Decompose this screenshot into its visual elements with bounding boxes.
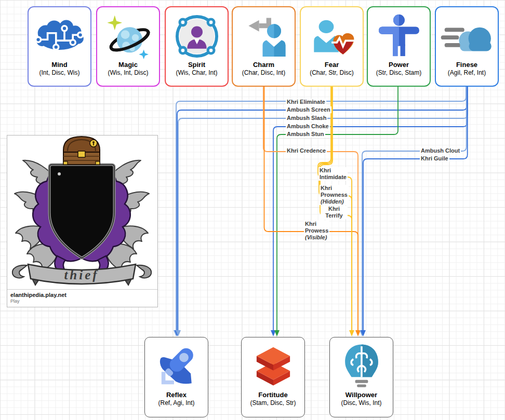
node-title: Fear: [325, 61, 339, 69]
node-stats: (Ref, Agi, Int): [158, 399, 194, 407]
edge-label-ambush-screen[interactable]: Ambush Screen: [286, 106, 331, 113]
speed-cloud-icon: [440, 16, 494, 57]
thief-crest-art: thief: [7, 136, 156, 287]
node-title: Charm: [253, 61, 274, 69]
node-charm[interactable]: Charm (Char, Disc, Int): [232, 6, 296, 87]
node-stats: (Disc, Wis, Int): [341, 399, 382, 407]
edge-label-khri-guile[interactable]: Khri Guile: [420, 155, 449, 162]
edge-label-khri-prowess-visible[interactable]: Khri Prowess (Visible): [304, 221, 329, 241]
node-stats: (Int, Disc, Wis): [39, 69, 80, 76]
edge-label-ambush-choke[interactable]: Ambush Choke: [286, 123, 330, 130]
brain-bulb-icon: [338, 343, 386, 390]
node-finese[interactable]: Finese (Agil, Ref, Int): [435, 6, 499, 87]
edge-label-khri-intimidate[interactable]: Khri Intimidate: [318, 167, 348, 181]
thief-crest-image[interactable]: thief elanthipedia.play.net Play: [7, 135, 158, 307]
node-mind[interactable]: Mind (Int, Disc, Wis): [28, 6, 91, 87]
node-stats: (Str, Disc, Stam): [376, 69, 421, 76]
edge-label-ambush-slash[interactable]: Ambush Slash: [286, 115, 327, 121]
node-magic[interactable]: Magic (Wis, Int, Disc): [96, 6, 160, 87]
edge-label-ambush-stun[interactable]: Ambush Stun: [286, 131, 325, 138]
rocket-icon: [153, 344, 201, 389]
node-reflex[interactable]: Reflex (Ref, Agi, Int): [144, 337, 208, 417]
node-stats: (Char, Disc, Int): [242, 69, 285, 76]
edge-ambush-clout[interactable]: [362, 87, 467, 330]
node-stats: (Agil, Ref, Int): [448, 69, 486, 76]
diagram-canvas: Khri Eliminate Ambush Screen Ambush Slas…: [0, 0, 505, 420]
node-fear[interactable]: Fear (Char, Str, Disc): [300, 6, 364, 87]
person-reply-arrow-icon: [239, 13, 289, 59]
crest-source-site: elanthipedia.play.net: [10, 292, 154, 299]
person-arms-out-icon: [375, 13, 423, 59]
edge-label-khri-eliminate[interactable]: Khri Eliminate: [286, 99, 326, 105]
edge-label-khri-credence[interactable]: Khri Credence: [286, 147, 327, 154]
crest-play-label: Play: [10, 299, 154, 304]
node-title: Willpower: [345, 391, 377, 399]
node-title: Mind: [51, 61, 67, 69]
edge-label-khri-prowness-hidden[interactable]: Khri Prowness (Hidden): [320, 185, 349, 205]
brain-circuit-icon: [32, 16, 88, 57]
arrowhead: [274, 330, 280, 336]
node-stats: (Char, Str, Disc): [310, 69, 354, 76]
node-title: Spirit: [188, 61, 205, 69]
node-power[interactable]: Power (Str, Disc, Stam): [367, 6, 431, 87]
node-stats: (Wis, Char, Int): [176, 69, 217, 76]
node-stats: (Wis, Int, Disc): [108, 69, 149, 76]
edge-label-ambush-clout[interactable]: Ambush Clout: [420, 147, 461, 154]
node-title: Magic: [118, 61, 138, 69]
crest-banner-text: thief: [64, 268, 99, 282]
crest-caption: elanthipedia.play.net Play: [7, 289, 157, 307]
node-spirit[interactable]: Spirit (Wis, Char, Int): [165, 6, 229, 87]
planet-ring-icon: [103, 13, 153, 59]
stacked-layers-icon: [249, 344, 297, 389]
community-person-icon: [173, 13, 221, 59]
node-willpower[interactable]: Willpower (Disc, Wis, Int): [329, 337, 393, 417]
arrowhead: [349, 330, 354, 336]
node-title: Power: [389, 61, 409, 69]
edge-label-khri-terrify[interactable]: Khri Terrify: [321, 206, 348, 219]
node-title: Reflex: [166, 391, 187, 399]
node-stats: (Stam, Disc, Str): [250, 399, 296, 407]
node-title: Finese: [456, 61, 477, 69]
edge-khri-guile[interactable]: [363, 87, 468, 330]
node-title: Fortitude: [258, 391, 287, 399]
person-heartbeat-icon: [307, 13, 357, 59]
node-fortitude[interactable]: Fortitude (Stam, Disc, Str): [241, 337, 305, 417]
arrowhead: [355, 330, 361, 336]
